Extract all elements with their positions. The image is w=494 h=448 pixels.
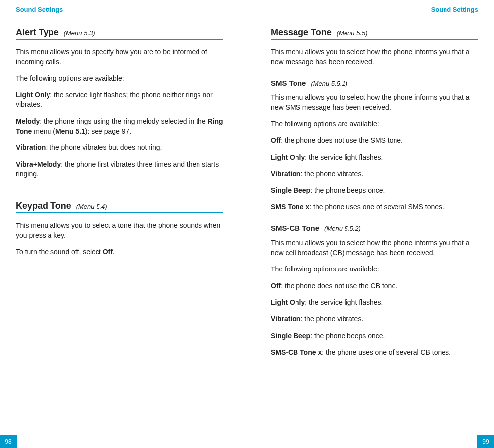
option-label: Single Beep bbox=[271, 186, 310, 194]
option-label: Light Only bbox=[271, 298, 305, 306]
message-tone-intro: This menu allows you to select how the p… bbox=[271, 47, 478, 67]
sms-cb-tone-intro-1: This menu allows you to select how the p… bbox=[271, 238, 478, 258]
page-left: Sound Settings Alert Type (Menu 5.3) Thi… bbox=[0, 0, 247, 448]
option-desc: : the phone vibrates. bbox=[300, 170, 363, 178]
subsection-heading-sms-tone: SMS Tone (Menu 5.5.1) bbox=[271, 79, 478, 87]
sms-cb-tone-option-light-only: Light Only: the service light flashes. bbox=[271, 298, 478, 308]
section-title-keypad-tone: Keypad Tone bbox=[16, 201, 71, 211]
option-desc-part: menu ( bbox=[32, 127, 55, 135]
option-desc: : the service light flashes. bbox=[305, 298, 383, 306]
subsection-title-sms-cb-tone: SMS-CB Tone bbox=[271, 224, 319, 232]
section-heading-alert-type: Alert Type (Menu 5.3) bbox=[16, 27, 223, 40]
sms-cb-tone-option-single-beep: Single Beep: the phone beeps once. bbox=[271, 331, 478, 341]
section-menu-keypad-tone: (Menu 5.4) bbox=[76, 203, 107, 210]
option-label: Vibration bbox=[271, 315, 300, 323]
page-header-left: Sound Settings bbox=[16, 6, 223, 13]
text-part: To turn the sound off, select bbox=[16, 248, 103, 256]
option-desc: : the phone does not use the SMS tone. bbox=[281, 136, 403, 144]
section-heading-keypad-tone: Keypad Tone (Menu 5.4) bbox=[16, 201, 223, 213]
keypad-tone-intro-1: This menu allows you to select a tone th… bbox=[16, 221, 223, 240]
option-label: Off bbox=[271, 282, 281, 290]
option-label: Vibration bbox=[16, 143, 46, 151]
sms-tone-intro-2: The following options are available: bbox=[271, 119, 478, 129]
option-label: Light Only bbox=[271, 153, 305, 161]
option-label: Vibra+Melody bbox=[16, 160, 61, 168]
page-spread: Sound Settings Alert Type (Menu 5.3) Thi… bbox=[0, 0, 494, 448]
option-label: SMS-CB Tone x bbox=[271, 348, 322, 356]
sms-tone-option-vibration: Vibration: the phone vibrates. bbox=[271, 169, 478, 179]
alert-type-intro-2: The following options are available: bbox=[16, 74, 223, 84]
option-desc: : the phone uses one of several SMS tone… bbox=[309, 203, 444, 211]
option-desc: : the phone beeps once. bbox=[310, 186, 385, 194]
subsection-heading-sms-cb-tone: SMS-CB Tone (Menu 5.5.2) bbox=[271, 224, 478, 232]
option-desc: : the phone vibrates. bbox=[300, 315, 363, 323]
section-title-alert-type: Alert Type bbox=[16, 27, 59, 38]
sms-tone-option-off: Off: the phone does not use the SMS tone… bbox=[271, 136, 478, 146]
option-label: Single Beep bbox=[271, 332, 310, 340]
option-desc: : the phone vibrates but does not ring. bbox=[46, 143, 162, 151]
alert-type-option-vibra-melody: Vibra+Melody: the phone first vibrates t… bbox=[16, 160, 223, 179]
option-label: Light Only bbox=[16, 91, 50, 99]
option-label: SMS Tone x bbox=[271, 203, 309, 211]
alert-type-option-light-only: Light Only: the service light flashes; t… bbox=[16, 90, 223, 110]
option-label: Off bbox=[271, 136, 281, 144]
sms-tone-option-sms-tone-x: SMS Tone x: the phone uses one of severa… bbox=[271, 202, 478, 212]
text-part: . bbox=[113, 248, 115, 256]
menu-5-1-ref: Menu 5.1 bbox=[55, 127, 85, 135]
subsection-title-sms-tone: SMS Tone bbox=[271, 79, 306, 87]
off-ref: Off bbox=[103, 248, 113, 256]
option-desc: : the phone uses one of several CB tones… bbox=[322, 348, 451, 356]
sms-cb-tone-option-sms-cb-tone-x: SMS-CB Tone x: the phone uses one of sev… bbox=[271, 348, 478, 358]
option-label: Vibration bbox=[271, 170, 300, 178]
sms-cb-tone-option-vibration: Vibration: the phone vibrates. bbox=[271, 314, 478, 324]
option-desc-part: ); see page 97. bbox=[85, 127, 131, 135]
sms-cb-tone-intro-2: The following options are available: bbox=[271, 265, 478, 274]
page-right: Sound Settings Message Tone (Menu 5.5) T… bbox=[247, 0, 494, 448]
subsection-menu-sms-cb-tone: (Menu 5.5.2) bbox=[324, 225, 361, 232]
page-header-right: Sound Settings bbox=[271, 6, 478, 13]
option-desc: : the phone beeps once. bbox=[310, 332, 385, 340]
sms-tone-option-light-only: Light Only: the service light flashes. bbox=[271, 153, 478, 163]
subsection-menu-sms-tone: (Menu 5.5.1) bbox=[311, 80, 347, 87]
option-desc: : the phone does not use the CB tone. bbox=[281, 282, 397, 290]
sms-tone-option-single-beep: Single Beep: the phone beeps once. bbox=[271, 186, 478, 196]
option-desc-part: : the phone rings using the ring melody … bbox=[40, 117, 207, 125]
option-label: Melody bbox=[16, 117, 40, 125]
section-title-message-tone: Message Tone bbox=[271, 27, 332, 38]
section-menu-alert-type: (Menu 5.3) bbox=[64, 29, 95, 37]
option-desc: : the service light flashes. bbox=[305, 153, 383, 161]
sms-cb-tone-option-off: Off: the phone does not use the CB tone. bbox=[271, 281, 478, 291]
sms-tone-intro-1: This menu allows you to select how the p… bbox=[271, 93, 478, 112]
alert-type-intro-1: This menu allows you to specify how you … bbox=[16, 47, 223, 67]
alert-type-option-melody: Melody: the phone rings using the ring m… bbox=[16, 117, 223, 136]
page-number-right: 99 bbox=[477, 435, 494, 448]
keypad-tone-intro-2: To turn the sound off, select Off. bbox=[16, 247, 223, 257]
section-menu-message-tone: (Menu 5.5) bbox=[337, 29, 368, 37]
page-number-left: 98 bbox=[0, 435, 17, 448]
alert-type-option-vibration: Vibration: the phone vibrates but does n… bbox=[16, 143, 223, 153]
section-heading-message-tone: Message Tone (Menu 5.5) bbox=[271, 27, 478, 40]
